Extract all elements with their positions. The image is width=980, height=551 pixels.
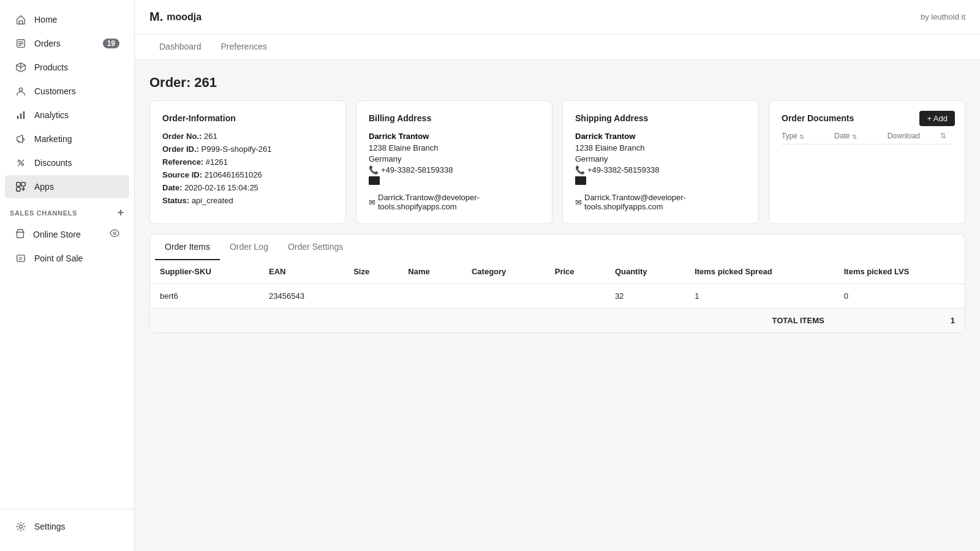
items-table-section: Supplier-SKU EAN Size Name Category Pric… [149,260,965,333]
sales-channels-add-icon[interactable]: + [118,206,124,219]
sidebar-bottom: Settings [0,509,134,539]
docs-table-header: Type Date Download ⇅ [782,132,952,144]
order-id-label: Order ID.: [162,144,199,154]
sidebar-item-apps-label: Apps [34,182,119,192]
svg-point-1 [19,88,22,91]
phone-icon-shipping: 📞 [575,165,585,174]
sidebar-item-customers-label: Customers [34,86,119,96]
svg-rect-4 [23,111,25,119]
sidebar-item-home[interactable]: Home [5,8,129,31]
billing-card: Billing Address Darrick Trantow 1238 Ela… [356,100,552,224]
billing-icon-block [369,176,380,185]
items-table: Supplier-SKU EAN Size Name Category Pric… [150,260,965,332]
svg-point-6 [21,163,24,166]
order-info-card: Order-Information Order No.: 261 Order I… [149,100,346,224]
shipping-card: Shipping Address Darrick Trantow 1238 El… [562,100,759,224]
reference-value: #1261 [206,157,228,167]
shipping-email: ✉ Darrick.Trantow@developer-tools.shopif… [575,193,746,211]
sidebar-item-products[interactable]: Products [5,56,129,79]
order-id-value: P999-S-shopify-261 [202,144,272,154]
brand-name: moodja [167,12,202,23]
app-tabs: Dashboard Preferences [135,34,980,60]
reference-field: Reference: #1261 [162,157,333,167]
sidebar-item-customers[interactable]: Customers [5,80,129,103]
order-info-title: Order-Information [162,113,333,123]
svg-rect-7 [17,182,20,186]
sidebar-nav: Home Orders 19 Products [0,0,134,509]
page-content: Order: 261 Order-Information Order No.: … [135,60,980,551]
svg-rect-2 [17,116,19,119]
svg-rect-8 [21,182,25,186]
order-title: Order: 261 [149,75,965,91]
sidebar-item-discounts[interactable]: Discounts [5,151,129,174]
customers-icon [15,85,27,97]
status-label: Status: [162,196,189,205]
sidebar-item-point-of-sale[interactable]: Point of Sale [5,247,129,270]
col-supplier-sku: Supplier-SKU [150,260,259,284]
sidebar-item-marketing[interactable]: Marketing [5,127,129,151]
cell-ean: 23456543 [259,284,344,309]
sidebar-item-apps[interactable]: Apps [5,175,129,198]
sidebar-item-settings[interactable]: Settings [5,515,129,538]
sort-date-icon[interactable] [852,132,857,140]
shipping-name: Darrick Trantow [575,132,746,141]
cell-items-picked-lvs: 0 [834,284,965,309]
sort-type-icon[interactable] [799,132,804,140]
svg-rect-9 [17,187,20,191]
email-icon: ✉ [369,198,375,207]
orders-badge: 19 [103,39,119,48]
total-items-value: 1 [951,316,955,325]
sidebar-item-analytics[interactable]: Analytics [5,103,129,127]
col-category: Category [462,260,545,284]
apps-icon [15,181,27,193]
tab-order-settings[interactable]: Order Settings [278,234,353,260]
order-documents-card: Order Documents + Add Type Date Download [769,100,965,224]
order-title-bar: Order: 261 [135,60,980,100]
shipping-title: Shipping Address [575,113,746,123]
sidebar-item-online-store[interactable]: Online Store [5,222,129,246]
order-no-value: 261 [204,132,217,141]
sidebar: Home Orders 19 Products [0,0,135,551]
cell-items-picked-spread: 1 [685,284,834,309]
docs-col-arrow: ⇅ [940,132,952,140]
svg-rect-3 [20,113,22,119]
eye-icon[interactable] [110,228,119,240]
tab-order-items[interactable]: Order Items [155,234,220,260]
add-document-button[interactable]: + Add [919,111,955,126]
store-icon [15,228,26,241]
cell-quantity: 32 [605,284,685,309]
brand-logo: M. [149,10,163,24]
tab-preferences[interactable]: Preferences [211,34,277,60]
order-id-field: Order ID.: P999-S-shopify-261 [162,144,333,154]
date-label: Date: [162,183,183,192]
home-icon [15,13,27,26]
col-price: Price [545,260,605,284]
cell-category [462,284,545,309]
source-id-label: Source ID: [162,170,202,179]
docs-sort-arrow: ⇅ [940,132,946,140]
order-tabs-section: Order Items Order Log Order Settings Sup… [149,234,965,333]
content-tabs: Order Items Order Log Order Settings [149,234,965,260]
tab-order-log[interactable]: Order Log [220,234,278,260]
tab-dashboard[interactable]: Dashboard [149,34,211,60]
main-content: M. moodja by leuthold it Dashboard Prefe… [135,0,980,551]
by-text: by leuthold it [921,12,965,21]
cell-name [398,284,462,309]
reference-label: Reference: [162,157,203,167]
sidebar-item-settings-label: Settings [34,522,119,531]
date-field: Date: 2020-02-16 15:04:25 [162,183,333,192]
col-items-picked-lvs: Items picked LVS [834,260,965,284]
svg-point-12 [19,525,22,528]
sidebar-item-home-label: Home [34,15,119,24]
items-table-header-row: Supplier-SKU EAN Size Name Category Pric… [150,260,965,284]
sidebar-item-orders[interactable]: Orders 19 [5,32,129,55]
email-icon-shipping: ✉ [575,198,582,207]
shipping-icon-block [575,176,586,185]
cell-price [545,284,605,309]
app-header: M. moodja by leuthold it [135,0,980,34]
products-icon [15,61,27,73]
status-value: api_created [192,196,233,205]
col-size: Size [344,260,398,284]
settings-icon [15,520,27,533]
status-field: Status: api_created [162,196,333,205]
